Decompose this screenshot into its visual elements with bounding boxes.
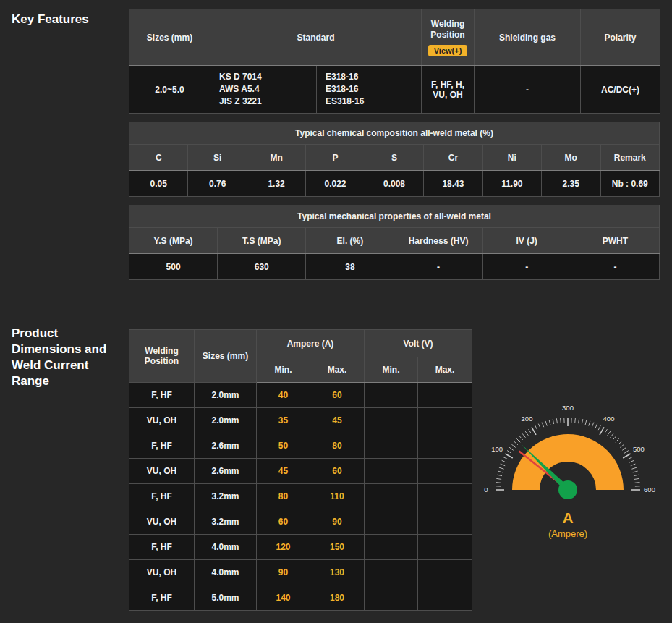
current-size-cell: 2.6mm <box>195 433 257 459</box>
current-table-row: VU, OH2.0mm3545 <box>129 408 472 433</box>
gauge-tick <box>624 451 629 454</box>
spec-header-polarity: Polarity <box>581 9 660 66</box>
current-size-cell: 5.0mm <box>195 585 257 611</box>
current-amp-min-cell: 50 <box>257 433 310 459</box>
chemical-table-header-row: CSiMnPSCrNiMoRemark <box>129 145 660 171</box>
current-table-row: F, HF5.0mm140180 <box>129 585 472 611</box>
gauge-tick <box>553 419 553 424</box>
gauge-tick <box>611 433 613 437</box>
current-position-cell: F, HF <box>129 585 195 611</box>
current-range-table: Welding Position Sizes (mm) Ampere (A) V… <box>129 329 472 611</box>
current-position-cell: VU, OH <box>129 408 195 433</box>
current-volt-max-cell <box>418 433 472 459</box>
chemical-value-cell: 0.76 <box>188 171 247 197</box>
gauge-tick <box>505 454 512 458</box>
gauge-hub <box>558 480 577 499</box>
current-amp-max-cell: 45 <box>310 408 365 433</box>
current-volt-max-cell <box>418 383 472 408</box>
spec-table-body: 2.0~5.0 KS D 7014AWS A5.4JIS Z 3221 E318… <box>129 66 660 114</box>
gauge-tick <box>525 431 528 436</box>
gauge-tick-label: 0 <box>484 486 488 493</box>
spec-standard-grades-line: E318-16 <box>326 83 417 96</box>
current-header-welding-position: Welding Position <box>129 330 195 383</box>
spec-standard-grades: E318-16E318-16ES318-16 <box>317 66 422 114</box>
gauge-tick <box>592 423 594 428</box>
current-table-head: Welding Position Sizes (mm) Ampere (A) V… <box>129 330 472 383</box>
welding-position-header-label: Welding Position <box>425 19 470 41</box>
gauge-tick <box>514 441 518 445</box>
gauge-tick <box>532 427 536 434</box>
chemical-value-cell: 18.43 <box>424 171 482 197</box>
current-size-cell: 4.0mm <box>195 535 257 560</box>
gauge-tick <box>502 460 506 462</box>
spec-standard-codes-line: KS D 7014 <box>219 71 312 83</box>
current-amp-max-cell: 130 <box>310 560 365 585</box>
mechanical-table-body: 50063038--- <box>129 254 660 280</box>
ampere-gauge: 0100200300400500600 A (Ampere) <box>474 397 662 539</box>
current-table-row: F, HF2.6mm5080 <box>129 433 472 459</box>
gauge-tick <box>631 464 636 466</box>
chemical-column-header: S <box>365 145 423 171</box>
chemical-value-cell: 0.022 <box>306 171 365 197</box>
current-header-sizes: Sizes (mm) <box>195 330 257 383</box>
spec-value-row: 2.0~5.0 KS D 7014AWS A5.4JIS Z 3221 E318… <box>129 66 660 114</box>
current-volt-max-cell <box>418 509 472 535</box>
gauge-tick <box>542 423 544 428</box>
gauge-tick <box>501 464 506 466</box>
gauge-tick <box>507 451 511 454</box>
mechanical-column-header: IV (J) <box>482 228 571 254</box>
gauge-tick <box>503 457 508 459</box>
spec-header-standard: Standard <box>210 9 422 66</box>
view-plus-button[interactable]: View(+) <box>428 45 468 56</box>
spec-sizes-value: 2.0~5.0 <box>129 66 210 114</box>
mechanical-value-cell: 630 <box>218 254 306 280</box>
current-volt-max-cell <box>418 560 472 585</box>
current-table-row: F, HF4.0mm120150 <box>129 535 472 560</box>
chemical-value-cell: Nb : 0.69 <box>600 171 660 197</box>
gauge-tick <box>496 478 501 479</box>
current-size-cell: 3.2mm <box>195 509 257 535</box>
mechanical-table-header-row: Y.S (MPa)T.S (MPa)El. (%)Hardness (HV)IV… <box>129 228 660 254</box>
current-position-cell: F, HF <box>129 433 195 459</box>
mechanical-value-cell: 500 <box>129 254 218 280</box>
current-amp-min-cell: 60 <box>257 509 310 535</box>
mechanical-table-value-row: 50063038--- <box>129 254 660 280</box>
gauge-tick <box>605 429 608 433</box>
current-amp-max-cell: 110 <box>310 484 365 509</box>
gauge-tick <box>538 424 540 428</box>
mechanical-value-cell: - <box>482 254 571 280</box>
gauge-dial: 0100200300400500600 <box>474 397 662 503</box>
gauge-tick <box>498 471 503 472</box>
gauge-tick <box>618 441 621 445</box>
current-amp-min-cell: 35 <box>257 408 310 433</box>
gauge-tick <box>595 424 597 428</box>
chemical-value-cell: 11.90 <box>482 171 541 197</box>
product-dimensions-title: Product Dimensions and Weld Current Rang… <box>12 326 122 389</box>
current-header-volt: Volt (V) <box>365 330 472 357</box>
current-volt-min-cell <box>365 408 418 433</box>
gauge-tick <box>620 444 624 447</box>
mechanical-properties-table: Typical mechanical properties of all-wel… <box>129 205 660 280</box>
current-amp-max-cell: 90 <box>310 509 365 535</box>
spec-header-row: Sizes (mm) Standard Welding Position Vie… <box>129 9 660 66</box>
spec-polarity-value: AC/DC(+) <box>581 66 660 114</box>
chemical-table-title-row: Typical chemical composition all-weld me… <box>129 122 660 145</box>
gauge-tick-label: 600 <box>644 486 655 493</box>
current-table-row: F, HF2.0mm4060 <box>129 383 472 408</box>
gauge-tick <box>616 438 619 442</box>
current-amp-min-cell: 90 <box>257 560 310 585</box>
gauge-tick <box>629 460 634 462</box>
chemical-table-body: 0.050.761.320.0220.00818.4311.902.35Nb :… <box>129 171 660 197</box>
mechanical-column-header: Hardness (HV) <box>394 228 482 254</box>
current-size-cell: 2.6mm <box>195 459 257 484</box>
current-volt-min-cell <box>365 509 418 535</box>
current-amp-max-cell: 180 <box>310 585 365 611</box>
gauge-tick <box>608 431 611 436</box>
mechanical-value-cell: - <box>394 254 482 280</box>
spec-welding-position-value: F, HF, H, VU, OH <box>422 66 475 114</box>
gauge-tick <box>634 478 639 479</box>
gauge-tick <box>509 447 514 450</box>
current-volt-min-cell <box>365 459 418 484</box>
gauge-tick <box>516 438 520 442</box>
gauge-tick-label: 200 <box>522 415 533 423</box>
